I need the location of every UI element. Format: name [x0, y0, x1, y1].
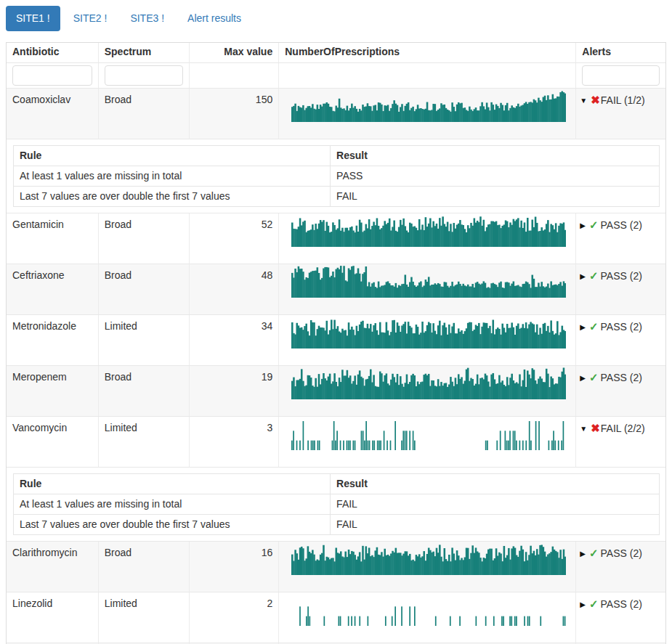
column-header-spectrum[interactable]: Spectrum: [98, 43, 190, 62]
cell-max-value: 2: [189, 592, 278, 643]
subtable-result-header: Result: [330, 146, 659, 166]
cell-antibiotic: Gentamicin: [7, 213, 98, 264]
spectrum-filter-input[interactable]: [105, 65, 184, 86]
cell-alerts: ▶✓PASS (2): [575, 264, 665, 314]
prescriptions-sparkline: [291, 594, 566, 626]
expand-row-button[interactable]: ▶: [580, 550, 586, 558]
subtable-header-row: RuleResult: [14, 146, 659, 166]
cell-antibiotic: Vancomycin: [7, 417, 98, 467]
table-row: MeropenemBroad19▶✓PASS (2): [7, 365, 665, 416]
pass-check-icon: ✓: [589, 269, 599, 282]
tab-2[interactable]: SITE2 !: [63, 6, 118, 31]
expand-row-button[interactable]: ▶: [580, 221, 586, 229]
cell-alerts: ▶✓PASS (2): [575, 542, 665, 592]
cell-antibiotic: Coamoxiclav: [7, 89, 98, 139]
cell-prescriptions: [278, 213, 575, 264]
cell-spectrum: Broad: [98, 89, 190, 139]
cell-max-value: 34: [189, 315, 278, 365]
cell-spectrum: Broad: [98, 366, 190, 416]
tab-4[interactable]: Alert results: [177, 6, 251, 31]
pass-check-icon: ✓: [589, 547, 599, 559]
expand-row-button[interactable]: ▶: [580, 374, 586, 382]
prescriptions-sparkline: [291, 90, 566, 122]
max-value-filter-cell: [189, 63, 278, 88]
prescriptions-sparkline: [291, 266, 566, 298]
alert-status-label: PASS (2): [601, 598, 642, 610]
rule-text: At least 1 values are missing in total: [14, 166, 330, 186]
tab-1-active[interactable]: SITE1 !: [6, 6, 60, 31]
antibiotics-table: Antibiotic Spectrum Max value NumberOfPr…: [6, 42, 666, 644]
cell-max-value: 48: [189, 264, 278, 314]
antibiotic-filter-input[interactable]: [12, 65, 92, 86]
row-detail-panel: RuleResultAt least 1 values are missing …: [7, 139, 665, 213]
antibiotic-filter-cell: [7, 63, 98, 88]
rule-text: Last 7 values are over double the first …: [14, 515, 330, 534]
collapse-row-button[interactable]: ▼: [580, 425, 587, 433]
column-header-max-value[interactable]: Max value: [189, 43, 278, 62]
subtable-rule-header: Rule: [14, 146, 330, 166]
rule-row: Last 7 values are over double the first …: [14, 186, 659, 206]
tab-3[interactable]: SITE3 !: [120, 6, 174, 31]
cell-max-value: 52: [189, 213, 278, 264]
subtable-rule-header: Rule: [14, 474, 330, 494]
table-row: CoamoxiclavBroad150▼✖FAIL (1/2): [7, 88, 665, 139]
prescriptions-sparkline: [291, 418, 566, 450]
pass-check-icon: ✓: [589, 598, 599, 610]
cell-spectrum: Limited: [98, 315, 190, 365]
alert-status-label: PASS (2): [601, 270, 642, 282]
rule-result: FAIL: [330, 494, 659, 514]
fail-x-icon: ✖: [591, 422, 600, 434]
cell-max-value: 150: [189, 89, 278, 139]
cell-max-value: 19: [189, 366, 278, 416]
prescriptions-filter-cell: [278, 63, 575, 88]
expand-row-button[interactable]: ▶: [580, 272, 586, 280]
expand-row-button[interactable]: ▶: [580, 600, 586, 608]
cell-alerts: ▼✖FAIL (2/2): [575, 417, 665, 467]
cell-antibiotic: Ceftriaxone: [7, 264, 98, 314]
table-header-row: Antibiotic Spectrum Max value NumberOfPr…: [7, 43, 665, 62]
cell-alerts: ▶✓PASS (2): [575, 592, 665, 643]
rule-row: At least 1 values are missing in totalPA…: [14, 166, 659, 186]
pass-check-icon: ✓: [589, 320, 599, 333]
cell-prescriptions: [278, 264, 575, 314]
collapse-row-button[interactable]: ▼: [580, 97, 587, 105]
rule-text: Last 7 values are over double the first …: [14, 187, 330, 206]
rule-result: PASS: [330, 166, 659, 186]
cell-spectrum: Limited: [98, 592, 190, 643]
cell-spectrum: Broad: [98, 213, 190, 264]
table-row: ClarithromycinBroad16▶✓PASS (2): [7, 541, 665, 592]
column-header-antibiotic[interactable]: Antibiotic: [7, 43, 98, 62]
alert-status-label: FAIL (2/2): [601, 423, 645, 434]
cell-prescriptions: [278, 592, 575, 643]
cell-antibiotic: Meropenem: [7, 366, 98, 416]
rules-subtable: RuleResultAt least 1 values are missing …: [13, 145, 660, 207]
alert-status-label: PASS (2): [601, 321, 642, 333]
cell-spectrum: Broad: [98, 264, 190, 314]
rule-result: FAIL: [330, 515, 659, 534]
alert-status-label: PASS (2): [601, 372, 642, 383]
alerts-filter-input[interactable]: [582, 65, 660, 86]
cell-alerts: ▶✓PASS (2): [575, 315, 665, 365]
spectrum-filter-cell: [98, 63, 190, 88]
cell-max-value: 3: [189, 417, 278, 467]
cell-prescriptions: [278, 315, 575, 365]
cell-spectrum: Limited: [98, 417, 190, 467]
cell-prescriptions: [278, 366, 575, 416]
table-row: VancomycinLimited3▼✖FAIL (2/2): [7, 416, 665, 467]
cell-antibiotic: Metronidazole: [7, 315, 98, 365]
alerts-filter-cell: [575, 63, 665, 88]
table-row: MetronidazoleLimited34▶✓PASS (2): [7, 314, 665, 365]
rule-result: FAIL: [330, 187, 659, 206]
cell-prescriptions: [278, 89, 575, 139]
cell-prescriptions: [278, 417, 575, 467]
row-detail-panel: RuleResultAt least 1 values are missing …: [7, 467, 665, 541]
table-row: LinezolidLimited2▶✓PASS (2): [7, 592, 665, 643]
prescriptions-sparkline: [291, 215, 566, 247]
cell-antibiotic: Linezolid: [7, 592, 98, 643]
cell-alerts: ▼✖FAIL (1/2): [575, 89, 665, 139]
expand-row-button[interactable]: ▶: [580, 323, 586, 331]
cell-antibiotic: Clarithromycin: [7, 542, 98, 592]
column-header-prescriptions[interactable]: NumberOfPrescriptions: [278, 43, 575, 62]
column-header-alerts[interactable]: Alerts: [575, 43, 665, 62]
alert-status-label: FAIL (1/2): [601, 94, 645, 106]
